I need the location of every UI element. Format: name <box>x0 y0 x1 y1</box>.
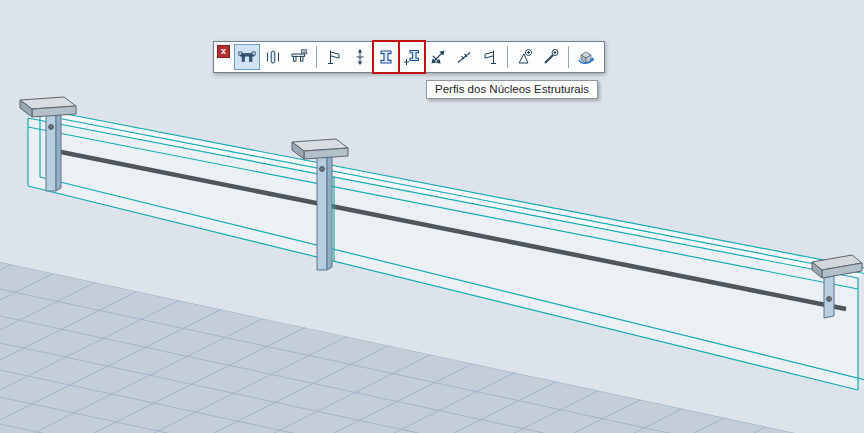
close-button[interactable]: x <box>217 45 230 58</box>
structural-profile-offset-icon <box>402 47 422 67</box>
anchor-flag-alt-button[interactable] <box>477 44 503 70</box>
toolbar-separator <box>507 46 508 68</box>
center-axis-button[interactable] <box>347 44 373 70</box>
zoom-line-icon <box>541 47 561 67</box>
beam-label-button[interactable] <box>286 44 312 70</box>
orbit-3d-icon <box>576 47 596 67</box>
zoom-in-button[interactable] <box>512 44 538 70</box>
stretch-arrows-button[interactable] <box>425 44 451 70</box>
viewport-3d[interactable]: x <box>0 0 864 433</box>
toolbar-separator <box>316 46 317 68</box>
toolbar-separator <box>568 46 569 68</box>
structural-profile-offset-button[interactable] <box>399 44 425 70</box>
pet-palette-toolbar: x <box>213 41 605 73</box>
tooltip: Perfis dos Núcleos Estruturais <box>426 80 598 99</box>
zoom-in-icon <box>515 47 535 67</box>
stretch-arrows-icon <box>428 47 448 67</box>
beam-reference-button[interactable] <box>234 44 260 70</box>
tilt-line-icon <box>454 47 474 67</box>
column-reference-button[interactable] <box>260 44 286 70</box>
bolt-hole-icon <box>827 297 832 302</box>
bolt-hole-icon <box>49 125 54 130</box>
column-reference-icon <box>263 47 283 67</box>
bolt-hole-icon <box>320 167 325 172</box>
center-axis-icon <box>350 47 370 67</box>
beam-reference-icon <box>237 47 257 67</box>
beam-label-icon <box>289 47 309 67</box>
orbit-3d-button[interactable] <box>573 44 599 70</box>
tilt-line-button[interactable] <box>451 44 477 70</box>
anchor-flag-button[interactable] <box>321 44 347 70</box>
anchor-flag-icon <box>324 47 344 67</box>
structural-profile-button[interactable] <box>373 44 399 70</box>
anchor-flag-alt-icon <box>480 47 500 67</box>
zoom-line-button[interactable] <box>538 44 564 70</box>
structural-profile-icon <box>376 47 396 67</box>
